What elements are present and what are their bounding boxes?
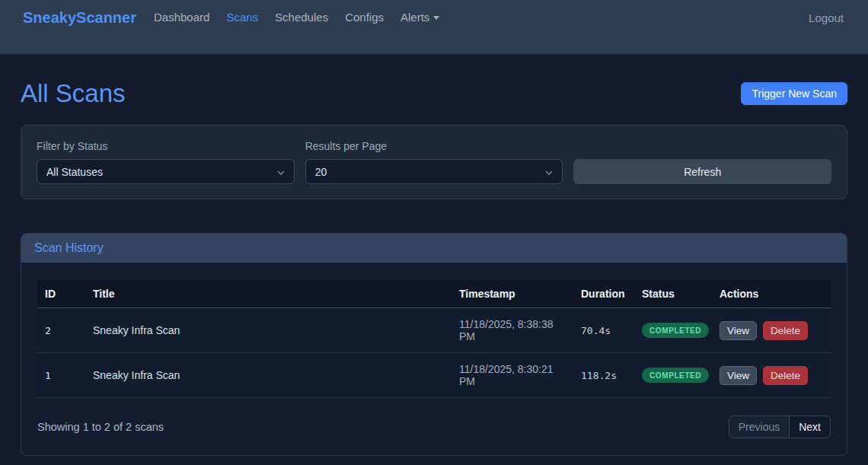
results-per-page-select[interactable]: 20 [305, 159, 563, 184]
table-footer: Showing 1 to 2 of 2 scans Previous Next [37, 416, 831, 438]
nav-item-schedules[interactable]: Schedules [269, 8, 334, 27]
scan-duration: 70.4s [573, 308, 634, 353]
refresh-button[interactable]: Refresh [573, 159, 831, 184]
trigger-new-scan-button[interactable]: Trigger New Scan [741, 82, 847, 105]
scan-duration: 118.2s [573, 353, 634, 398]
delete-button[interactable]: Delete [763, 366, 808, 385]
scan-history-card: Scan History ID Title Timestamp Duration… [21, 233, 847, 456]
filter-panel: Filter by Status All Statuses Results pe… [21, 125, 847, 199]
scan-title: Sneaky Infra Scan [85, 353, 452, 398]
page-title: All Scans [21, 79, 126, 108]
nav-item-configs[interactable]: Configs [339, 8, 390, 27]
nav-item-alerts-label: Alerts [400, 11, 429, 24]
page-header: All Scans Trigger New Scan [21, 79, 847, 108]
column-header-timestamp: Timestamp [452, 280, 573, 308]
scan-timestamp: 11/18/2025, 8:30:21 PM [452, 353, 573, 398]
pagination: Previous Next [729, 416, 831, 438]
scan-id: 2 [37, 308, 85, 353]
caret-down-icon [433, 16, 439, 20]
scan-status-cell: COMPLETED [634, 353, 712, 398]
next-page-button[interactable]: Next [789, 416, 831, 438]
column-header-actions: Actions [712, 280, 831, 308]
nav-links: Dashboard Scans Schedules Configs Alerts [145, 11, 448, 24]
scan-status-cell: COMPLETED [634, 308, 712, 353]
table-row: 2 Sneaky Infra Scan 11/18/2025, 8:38:38 … [37, 308, 831, 353]
scan-history-title: Scan History [21, 234, 847, 263]
chevron-down-icon [544, 168, 554, 177]
filter-refresh-group: Refresh [573, 159, 831, 184]
scan-title: Sneaky Infra Scan [85, 308, 452, 353]
filter-status-group: Filter by Status All Statuses [37, 140, 295, 184]
filter-status-label: Filter by Status [37, 140, 295, 152]
scan-history-table: ID Title Timestamp Duration Status Actio… [37, 280, 831, 398]
status-select-value: All Statuses [46, 166, 103, 178]
column-header-title: Title [85, 280, 452, 308]
nav-item-alerts[interactable]: Alerts [394, 8, 445, 27]
previous-page-button[interactable]: Previous [729, 416, 790, 438]
scan-actions-cell: ViewDelete [712, 353, 831, 398]
chevron-down-icon [276, 168, 286, 177]
scan-actions-cell: ViewDelete [712, 308, 831, 353]
scan-timestamp: 11/18/2025, 8:38:38 PM [452, 308, 573, 353]
status-select[interactable]: All Statuses [37, 159, 295, 184]
column-header-id: ID [37, 280, 85, 308]
scan-id: 1 [37, 353, 85, 398]
table-row: 1 Sneaky Infra Scan 11/18/2025, 8:30:21 … [37, 353, 831, 398]
nav-item-scans[interactable]: Scans [220, 8, 264, 27]
logout-link[interactable]: Logout [809, 11, 844, 24]
scan-history-body: ID Title Timestamp Duration Status Actio… [21, 263, 847, 455]
main-content: All Scans Trigger New Scan Filter by Sta… [0, 79, 868, 456]
delete-button[interactable]: Delete [763, 321, 808, 340]
results-summary: Showing 1 to 2 of 2 scans [37, 421, 164, 433]
view-button[interactable]: View [720, 366, 757, 385]
view-button[interactable]: View [720, 321, 757, 340]
status-badge: COMPLETED [642, 368, 709, 383]
results-per-page-label: Results per Page [305, 140, 563, 152]
column-header-status: Status [634, 280, 712, 308]
status-badge: COMPLETED [642, 323, 709, 338]
column-header-duration: Duration [573, 280, 634, 308]
filter-perpage-group: Results per Page 20 [305, 140, 563, 184]
navbar: SneakyScanner Dashboard Scans Schedules … [0, 0, 868, 54]
table-header-row: ID Title Timestamp Duration Status Actio… [37, 280, 831, 308]
nav-item-dashboard[interactable]: Dashboard [148, 8, 215, 27]
brand-logo[interactable]: SneakyScanner [23, 9, 136, 27]
results-per-page-value: 20 [315, 166, 327, 178]
